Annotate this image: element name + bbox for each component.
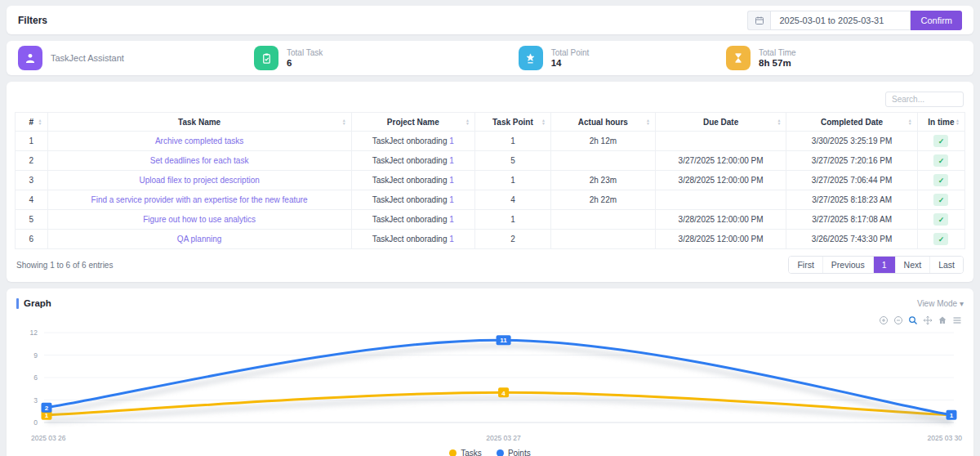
view-mode-dropdown[interactable]: View Mode ▾ <box>917 299 964 308</box>
zoom-in-icon[interactable] <box>878 315 889 325</box>
in-time-cell: ✓ <box>917 230 964 249</box>
task-name-cell: Archive completed tasks <box>47 132 351 151</box>
in-time-cell: ✓ <box>917 171 964 190</box>
check-icon: ✓ <box>933 233 948 245</box>
project-name-cell: TaskJect onborading 1 <box>351 171 474 190</box>
check-icon: ✓ <box>933 174 948 186</box>
page-button-next[interactable]: Next <box>895 257 930 273</box>
task-link[interactable]: Archive completed tasks <box>155 136 243 145</box>
table-row: 2 Set deadlines for each task TaskJect o… <box>16 151 965 171</box>
svg-text:2025 03 27: 2025 03 27 <box>486 434 521 442</box>
check-icon: ✓ <box>933 154 948 167</box>
legend-item-tasks[interactable]: Tasks <box>449 449 482 456</box>
svg-text:2025 03 26: 2025 03 26 <box>31 434 66 442</box>
project-count-badge[interactable]: 1 <box>449 176 454 185</box>
search-input[interactable] <box>885 92 964 107</box>
zoom-out-icon[interactable] <box>893 315 903 325</box>
sort-icon: ▲▼ <box>646 118 650 125</box>
page-button-first[interactable]: First <box>789 257 822 273</box>
date-range-input[interactable] <box>770 11 911 30</box>
check-icon: ✓ <box>933 194 948 206</box>
task-link[interactable]: Set deadlines for each task <box>150 156 249 165</box>
date-range-group: Confirm <box>747 11 962 30</box>
sort-icon: ▲▼ <box>342 118 346 125</box>
table-row: 4 Find a service provider with an expert… <box>16 190 965 210</box>
chart-legend: TasksPoints <box>16 449 964 456</box>
task-link[interactable]: Find a service provider with an expertis… <box>91 195 308 204</box>
total-task-stat: Total Task 6 <box>254 46 519 70</box>
completed-date-cell: 3/27/2025 7:20:16 PM <box>786 151 917 171</box>
project-count-badge[interactable]: 1 <box>449 235 454 244</box>
stat-label: Total Task <box>287 48 323 58</box>
col-header-actual-hours[interactable]: Actual hours▲▼ <box>550 113 655 132</box>
col-header-task-point[interactable]: Task Point▲▼ <box>474 113 550 132</box>
svg-text:1: 1 <box>45 412 49 419</box>
magnifier-icon[interactable] <box>907 315 918 325</box>
task-point-cell: 5 <box>474 151 550 171</box>
col-header-due-date[interactable]: Due Date▲▼ <box>655 113 786 132</box>
task-icon <box>254 46 278 70</box>
total-time-stat: Total Time 8h 57m <box>726 46 962 70</box>
task-point-cell: 4 <box>474 190 550 210</box>
due-date-cell: 3/28/2025 12:00:00 PM <box>655 210 786 230</box>
due-date-cell: 3/28/2025 12:00:00 PM <box>655 230 786 249</box>
project-name-cell: TaskJect onborading 1 <box>351 190 474 210</box>
filters-bar: Filters Confirm <box>7 6 973 34</box>
menu-icon[interactable] <box>951 315 962 325</box>
calendar-icon[interactable] <box>747 11 770 30</box>
chart-modebar <box>16 315 962 326</box>
svg-text:2: 2 <box>45 405 49 412</box>
col-header-num[interactable]: #▲▼ <box>16 113 48 132</box>
task-link[interactable]: Upload filex to project description <box>139 176 259 185</box>
svg-text:11: 11 <box>500 337 507 344</box>
sort-icon: ▲▼ <box>956 118 960 125</box>
task-link[interactable]: QA planning <box>177 235 222 244</box>
in-time-cell: ✓ <box>917 210 964 230</box>
legend-dot-icon <box>497 449 504 456</box>
svg-text:12: 12 <box>30 329 38 337</box>
col-header-completed-date[interactable]: Completed Date▲▼ <box>786 113 917 132</box>
col-header-project-name[interactable]: Project Name▲▼ <box>351 113 474 132</box>
page-button-previous[interactable]: Previous <box>822 257 873 273</box>
task-name-cell: Figure out how to use analytics <box>47 210 351 230</box>
svg-text:0: 0 <box>33 418 38 427</box>
task-link[interactable]: Figure out how to use analytics <box>143 215 256 224</box>
row-number-cell: 5 <box>16 210 48 230</box>
project-count-badge[interactable]: 1 <box>449 215 454 224</box>
svg-text:9: 9 <box>33 351 38 360</box>
svg-text:2025 03 30: 2025 03 30 <box>927 434 962 442</box>
project-count-badge[interactable]: 1 <box>449 136 454 145</box>
point-icon <box>519 46 543 70</box>
confirm-button[interactable]: Confirm <box>911 11 962 30</box>
user-icon <box>18 46 42 70</box>
svg-text:6: 6 <box>33 373 38 382</box>
pan-icon[interactable] <box>922 315 933 325</box>
tasks-table-card: #▲▼ Task Name▲▼ Project Name▲▼ Task Poin… <box>7 82 973 282</box>
table-row: 6 QA planning TaskJect onborading 1 2 3/… <box>16 230 965 249</box>
actual-hours-cell <box>550 151 655 171</box>
home-icon[interactable] <box>937 315 947 325</box>
project-count-badge[interactable]: 1 <box>449 156 454 165</box>
col-header-in-time[interactable]: In time▲▼ <box>917 113 964 132</box>
col-header-task-name[interactable]: Task Name▲▼ <box>47 113 351 132</box>
legend-item-points[interactable]: Points <box>497 449 531 456</box>
due-date-cell <box>655 190 786 210</box>
actual-hours-cell: 2h 23m <box>550 171 655 190</box>
page-button-1[interactable]: 1 <box>873 257 895 273</box>
project-name-cell: TaskJect onborading 1 <box>351 210 474 230</box>
sort-icon: ▲▼ <box>541 118 546 125</box>
row-number-cell: 3 <box>16 171 48 190</box>
project-count-badge[interactable]: 1 <box>449 195 454 204</box>
actual-hours-cell <box>550 210 655 230</box>
actual-hours-cell: 2h 22m <box>550 190 655 210</box>
task-name-cell: Upload filex to project description <box>47 171 351 190</box>
due-date-cell: 3/27/2025 12:00:00 PM <box>655 151 786 171</box>
stat-label: Total Point <box>551 48 590 58</box>
assistant-name: TaskJect Assistant <box>51 53 124 63</box>
stats-bar: TaskJect Assistant Total Task 6 Total Po… <box>7 41 973 75</box>
page-button-last[interactable]: Last <box>929 257 963 273</box>
line-chart[interactable]: 0369121421112025 03 262025 03 272025 03 … <box>16 326 964 445</box>
filters-title: Filters <box>18 15 47 26</box>
task-name-cell: Find a service provider with an expertis… <box>47 190 351 210</box>
task-name-cell: QA planning <box>47 230 351 249</box>
